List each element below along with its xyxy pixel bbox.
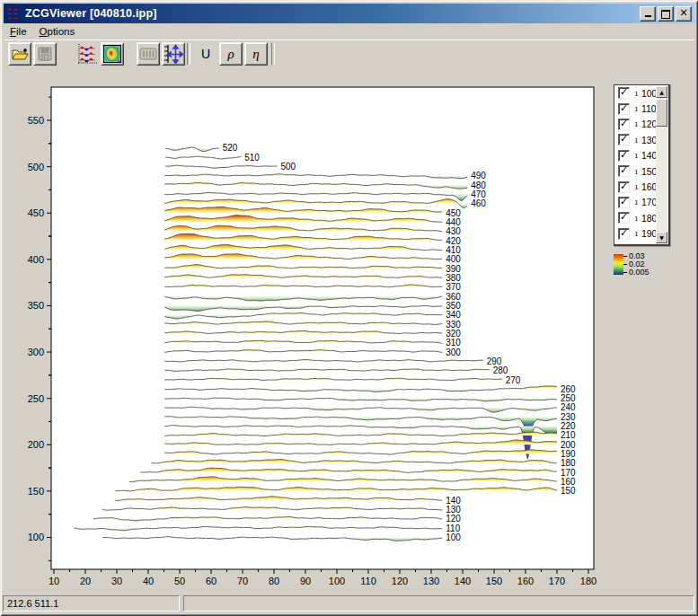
open-folder-icon [12,48,29,61]
color-scale-bar [614,254,623,275]
layer-checkbox-150[interactable]: ✓ [618,165,630,177]
eta-button[interactable]: η [244,42,268,66]
trace-settings-button[interactable] [137,42,160,66]
status-message [183,595,694,612]
layer-checkbox-170[interactable]: ✓ [618,197,630,208]
title-bar[interactable]: ZCGViewer [040810.ipp] ✕ [4,4,694,23]
svg-text:350: 350 [28,300,44,311]
maximize-icon [661,10,670,19]
rho-button-label: ρ [227,47,234,62]
svg-text:400: 400 [28,254,44,265]
line-style-sample: ı [635,90,638,97]
layer-scrollbar[interactable]: ▲ ▼ [656,86,667,243]
svg-text:100: 100 [446,532,461,542]
layer-checkbox-120[interactable]: ✓ [618,119,630,130]
layer-label: 150 [641,166,658,177]
scroll-down-button[interactable]: ▼ [656,232,667,243]
svg-text:140: 140 [455,576,471,586]
layer-checkbox-190[interactable]: ✓ [618,228,630,240]
menu-options[interactable]: Options [33,25,82,38]
layer-checkbox-100[interactable]: ✓ [618,87,630,99]
axes-scale-button[interactable] [162,42,185,66]
maximize-button[interactable] [658,6,674,22]
toolbar-separator [271,43,275,65]
svg-text:10: 10 [49,576,59,586]
rho-button[interactable]: ρ [219,42,243,66]
scale-tick [623,264,627,265]
svg-text:70: 70 [237,576,248,586]
svg-text:500: 500 [281,162,296,172]
u-button[interactable]: U [194,42,217,66]
svg-text:300: 300 [446,348,461,357]
line-style-sample: ı [635,183,638,190]
mixer-bars-icon [139,48,157,60]
line-style-sample: ı [635,215,638,222]
menu-bar: FileOptions [4,23,694,40]
wiggle-trace-plot[interactable]: 1020304050607080901001101201301401501601… [27,79,606,593]
svg-text:110: 110 [360,576,376,586]
layer-checkbox-160[interactable]: ✓ [618,181,630,193]
line-style-sample: ı [635,198,638,206]
minimize-button[interactable] [640,6,656,22]
axes-arrows-icon [163,44,183,64]
app-icon [7,7,21,20]
layer-checkbox-110[interactable]: ✓ [618,103,630,115]
layer-checkbox-130[interactable]: ✓ [618,134,630,145]
line-style-sample: ı [635,120,638,128]
svg-text:30: 30 [111,576,122,586]
svg-text:300: 300 [28,347,44,357]
scroll-up-button[interactable]: ▲ [656,86,667,98]
svg-text:50: 50 [174,576,185,586]
layer-panel: ✓ı100✓ı110✓ı120✓ı130✓ı140✓ı150✓ı160✓ı170… [614,84,670,246]
svg-text:510: 510 [244,153,260,163]
svg-text:90: 90 [300,576,311,586]
toolbar: U ρ η [4,40,694,68]
open-file-button[interactable] [8,42,31,66]
line-style-sample: ı [635,230,638,237]
scale-tick [623,272,627,273]
contour-map-button[interactable] [101,42,124,66]
line-style-sample: ı [635,105,638,112]
line-style-sample: ı [635,136,638,144]
toolbar-separator [187,43,190,65]
close-button[interactable]: ✕ [676,6,692,22]
svg-text:460: 460 [471,198,486,208]
scale-entry: 0.02 [623,260,645,268]
layer-label: 180 [641,213,658,224]
layer-checkbox-140[interactable]: ✓ [618,150,630,162]
svg-text:40: 40 [143,576,154,586]
svg-text:180: 180 [580,576,596,586]
svg-text:150: 150 [561,486,576,496]
svg-text:550: 550 [28,115,44,126]
layer-label: 110 [641,103,657,114]
line-style-sample: ı [635,168,638,175]
svg-text:20: 20 [80,576,91,586]
app-window: ZCGViewer [040810.ipp] ✕ FileOptions [0,0,698,616]
svg-text:270: 270 [506,375,521,385]
svg-text:130: 130 [423,576,439,586]
layer-label: 120 [641,119,658,129]
layer-label: 140 [641,150,658,161]
layer-label: 190 [641,228,658,239]
menu-file[interactable]: File [4,25,33,38]
svg-text:120: 120 [392,576,408,586]
close-icon: ✕ [679,7,687,19]
svg-text:450: 450 [28,207,44,218]
layer-checkbox-180[interactable]: ✓ [618,212,630,224]
scale-value: 0.02 [629,260,645,268]
layer-label: 130 [641,135,658,145]
svg-text:100: 100 [329,576,345,586]
layer-label: 170 [641,197,658,207]
scrollbar-thumb[interactable] [656,99,667,127]
line-style-sample: ı [635,152,638,159]
svg-text:150: 150 [28,486,44,497]
window-title: ZCGViewer [040810.ipp] [25,7,157,20]
wiggle-plot-button[interactable] [75,42,99,66]
svg-text:150: 150 [486,576,502,586]
save-file-button[interactable] [33,42,57,66]
svg-text:200: 200 [28,439,44,450]
cursor-coordinates: 212.6 511.1 [3,595,180,612]
wiggle-plot-icon [76,43,98,65]
svg-text:60: 60 [206,576,216,586]
scale-value: 0.005 [629,268,649,276]
